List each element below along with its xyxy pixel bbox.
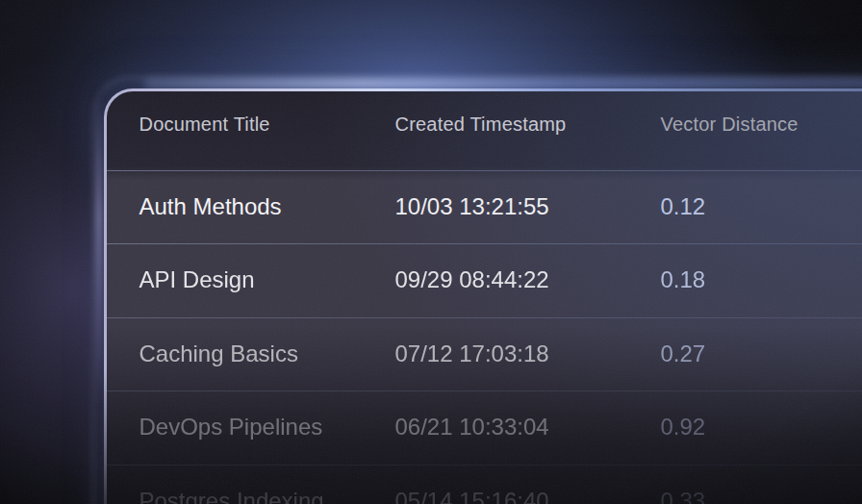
results-card: Document Title Created Timestamp Vector … <box>104 88 862 504</box>
vector-distance-cell: 0.18 <box>661 266 862 293</box>
created-timestamp-cell: 06/21 10:33:04 <box>395 414 661 441</box>
results-table: Document Title Created Timestamp Vector … <box>107 91 862 504</box>
created-timestamp-cell: 10/03 13:21:55 <box>395 193 661 220</box>
vector-distance-cell: 0.33 <box>661 488 862 504</box>
document-title-cell: Auth Methods <box>139 193 395 220</box>
card-top-glow <box>144 80 862 88</box>
table-row[interactable]: Auth Methods 10/03 13:21:55 0.12 <box>107 170 862 244</box>
document-title-cell: Caching Basics <box>139 340 395 367</box>
created-timestamp-cell: 07/12 17:03:18 <box>395 340 661 367</box>
vector-distance-cell: 0.27 <box>661 340 862 367</box>
table-row[interactable]: Postgres Indexing 05/14 15:16:40 0.33 <box>107 465 862 504</box>
document-title-cell: API Design <box>139 266 395 293</box>
column-header-document-title: Document Title <box>139 113 395 136</box>
document-search-results-screen: Document Title Created Timestamp Vector … <box>0 0 862 504</box>
vector-distance-cell: 0.92 <box>661 414 862 441</box>
vector-distance-cell: 0.12 <box>661 193 862 220</box>
created-timestamp-cell: 09/29 08:44:22 <box>395 266 661 293</box>
table-row[interactable]: API Design 09/29 08:44:22 0.18 <box>107 243 862 317</box>
document-title-cell: DevOps Pipelines <box>139 414 395 441</box>
column-header-created-timestamp: Created Timestamp <box>395 113 661 136</box>
column-header-vector-distance: Vector Distance <box>661 113 862 136</box>
card-left-glow <box>96 100 102 408</box>
table-row[interactable]: DevOps Pipelines 06/21 10:33:04 0.92 <box>107 391 862 465</box>
table-row[interactable]: Caching Basics 07/12 17:03:18 0.27 <box>107 317 862 391</box>
created-timestamp-cell: 05/14 15:16:40 <box>395 488 661 504</box>
table-header-row: Document Title Created Timestamp Vector … <box>107 91 862 170</box>
document-title-cell: Postgres Indexing <box>139 488 395 504</box>
